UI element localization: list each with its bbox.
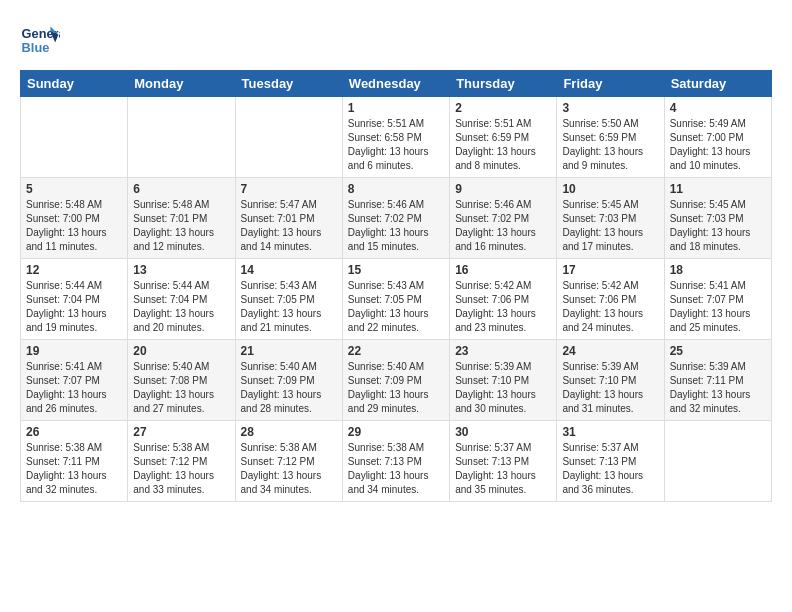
- day-info: Sunrise: 5:38 AM Sunset: 7:12 PM Dayligh…: [241, 441, 337, 497]
- week-row-2: 5Sunrise: 5:48 AM Sunset: 7:00 PM Daylig…: [21, 178, 772, 259]
- day-number: 13: [133, 263, 229, 277]
- day-cell: 8Sunrise: 5:46 AM Sunset: 7:02 PM Daylig…: [342, 178, 449, 259]
- day-number: 9: [455, 182, 551, 196]
- logo: General Blue: [20, 20, 64, 60]
- day-cell: 13Sunrise: 5:44 AM Sunset: 7:04 PM Dayli…: [128, 259, 235, 340]
- day-cell: 9Sunrise: 5:46 AM Sunset: 7:02 PM Daylig…: [450, 178, 557, 259]
- day-number: 7: [241, 182, 337, 196]
- day-cell: 29Sunrise: 5:38 AM Sunset: 7:13 PM Dayli…: [342, 421, 449, 502]
- day-number: 3: [562, 101, 658, 115]
- week-row-4: 19Sunrise: 5:41 AM Sunset: 7:07 PM Dayli…: [21, 340, 772, 421]
- day-cell: 15Sunrise: 5:43 AM Sunset: 7:05 PM Dayli…: [342, 259, 449, 340]
- day-info: Sunrise: 5:41 AM Sunset: 7:07 PM Dayligh…: [26, 360, 122, 416]
- day-info: Sunrise: 5:46 AM Sunset: 7:02 PM Dayligh…: [455, 198, 551, 254]
- day-number: 18: [670, 263, 766, 277]
- day-info: Sunrise: 5:51 AM Sunset: 6:59 PM Dayligh…: [455, 117, 551, 173]
- day-cell: 27Sunrise: 5:38 AM Sunset: 7:12 PM Dayli…: [128, 421, 235, 502]
- svg-text:Blue: Blue: [22, 40, 50, 55]
- day-info: Sunrise: 5:44 AM Sunset: 7:04 PM Dayligh…: [26, 279, 122, 335]
- day-cell: [21, 97, 128, 178]
- day-info: Sunrise: 5:38 AM Sunset: 7:12 PM Dayligh…: [133, 441, 229, 497]
- day-cell: 11Sunrise: 5:45 AM Sunset: 7:03 PM Dayli…: [664, 178, 771, 259]
- day-cell: 2Sunrise: 5:51 AM Sunset: 6:59 PM Daylig…: [450, 97, 557, 178]
- day-info: Sunrise: 5:46 AM Sunset: 7:02 PM Dayligh…: [348, 198, 444, 254]
- day-number: 23: [455, 344, 551, 358]
- day-number: 24: [562, 344, 658, 358]
- day-number: 1: [348, 101, 444, 115]
- day-cell: 22Sunrise: 5:40 AM Sunset: 7:09 PM Dayli…: [342, 340, 449, 421]
- day-info: Sunrise: 5:42 AM Sunset: 7:06 PM Dayligh…: [562, 279, 658, 335]
- day-info: Sunrise: 5:48 AM Sunset: 7:00 PM Dayligh…: [26, 198, 122, 254]
- day-number: 15: [348, 263, 444, 277]
- weekday-header-tuesday: Tuesday: [235, 71, 342, 97]
- day-info: Sunrise: 5:43 AM Sunset: 7:05 PM Dayligh…: [241, 279, 337, 335]
- day-info: Sunrise: 5:42 AM Sunset: 7:06 PM Dayligh…: [455, 279, 551, 335]
- day-info: Sunrise: 5:41 AM Sunset: 7:07 PM Dayligh…: [670, 279, 766, 335]
- day-cell: [128, 97, 235, 178]
- day-info: Sunrise: 5:48 AM Sunset: 7:01 PM Dayligh…: [133, 198, 229, 254]
- day-info: Sunrise: 5:37 AM Sunset: 7:13 PM Dayligh…: [455, 441, 551, 497]
- day-number: 17: [562, 263, 658, 277]
- day-cell: 3Sunrise: 5:50 AM Sunset: 6:59 PM Daylig…: [557, 97, 664, 178]
- weekday-header-row: SundayMondayTuesdayWednesdayThursdayFrid…: [21, 71, 772, 97]
- day-cell: 20Sunrise: 5:40 AM Sunset: 7:08 PM Dayli…: [128, 340, 235, 421]
- day-cell: 10Sunrise: 5:45 AM Sunset: 7:03 PM Dayli…: [557, 178, 664, 259]
- day-number: 29: [348, 425, 444, 439]
- day-number: 19: [26, 344, 122, 358]
- day-number: 25: [670, 344, 766, 358]
- day-number: 12: [26, 263, 122, 277]
- day-info: Sunrise: 5:39 AM Sunset: 7:11 PM Dayligh…: [670, 360, 766, 416]
- day-number: 21: [241, 344, 337, 358]
- day-cell: 28Sunrise: 5:38 AM Sunset: 7:12 PM Dayli…: [235, 421, 342, 502]
- logo-icon: General Blue: [20, 20, 60, 60]
- day-info: Sunrise: 5:38 AM Sunset: 7:11 PM Dayligh…: [26, 441, 122, 497]
- page: General Blue SundayMondayTuesdayWednesda…: [0, 0, 792, 512]
- day-number: 22: [348, 344, 444, 358]
- weekday-header-friday: Friday: [557, 71, 664, 97]
- day-info: Sunrise: 5:45 AM Sunset: 7:03 PM Dayligh…: [562, 198, 658, 254]
- day-number: 2: [455, 101, 551, 115]
- day-number: 5: [26, 182, 122, 196]
- day-number: 30: [455, 425, 551, 439]
- day-number: 14: [241, 263, 337, 277]
- day-cell: 5Sunrise: 5:48 AM Sunset: 7:00 PM Daylig…: [21, 178, 128, 259]
- day-info: Sunrise: 5:43 AM Sunset: 7:05 PM Dayligh…: [348, 279, 444, 335]
- day-info: Sunrise: 5:40 AM Sunset: 7:09 PM Dayligh…: [348, 360, 444, 416]
- day-info: Sunrise: 5:44 AM Sunset: 7:04 PM Dayligh…: [133, 279, 229, 335]
- day-cell: 31Sunrise: 5:37 AM Sunset: 7:13 PM Dayli…: [557, 421, 664, 502]
- day-info: Sunrise: 5:40 AM Sunset: 7:09 PM Dayligh…: [241, 360, 337, 416]
- day-cell: [664, 421, 771, 502]
- day-info: Sunrise: 5:39 AM Sunset: 7:10 PM Dayligh…: [562, 360, 658, 416]
- day-info: Sunrise: 5:45 AM Sunset: 7:03 PM Dayligh…: [670, 198, 766, 254]
- day-number: 20: [133, 344, 229, 358]
- day-number: 10: [562, 182, 658, 196]
- day-cell: [235, 97, 342, 178]
- day-number: 27: [133, 425, 229, 439]
- day-info: Sunrise: 5:50 AM Sunset: 6:59 PM Dayligh…: [562, 117, 658, 173]
- day-info: Sunrise: 5:49 AM Sunset: 7:00 PM Dayligh…: [670, 117, 766, 173]
- day-cell: 14Sunrise: 5:43 AM Sunset: 7:05 PM Dayli…: [235, 259, 342, 340]
- day-cell: 1Sunrise: 5:51 AM Sunset: 6:58 PM Daylig…: [342, 97, 449, 178]
- day-number: 8: [348, 182, 444, 196]
- day-cell: 18Sunrise: 5:41 AM Sunset: 7:07 PM Dayli…: [664, 259, 771, 340]
- weekday-header-sunday: Sunday: [21, 71, 128, 97]
- weekday-header-wednesday: Wednesday: [342, 71, 449, 97]
- day-cell: 12Sunrise: 5:44 AM Sunset: 7:04 PM Dayli…: [21, 259, 128, 340]
- day-cell: 7Sunrise: 5:47 AM Sunset: 7:01 PM Daylig…: [235, 178, 342, 259]
- day-number: 31: [562, 425, 658, 439]
- day-info: Sunrise: 5:51 AM Sunset: 6:58 PM Dayligh…: [348, 117, 444, 173]
- day-info: Sunrise: 5:47 AM Sunset: 7:01 PM Dayligh…: [241, 198, 337, 254]
- day-cell: 17Sunrise: 5:42 AM Sunset: 7:06 PM Dayli…: [557, 259, 664, 340]
- day-number: 4: [670, 101, 766, 115]
- day-cell: 30Sunrise: 5:37 AM Sunset: 7:13 PM Dayli…: [450, 421, 557, 502]
- day-cell: 21Sunrise: 5:40 AM Sunset: 7:09 PM Dayli…: [235, 340, 342, 421]
- day-cell: 16Sunrise: 5:42 AM Sunset: 7:06 PM Dayli…: [450, 259, 557, 340]
- week-row-1: 1Sunrise: 5:51 AM Sunset: 6:58 PM Daylig…: [21, 97, 772, 178]
- weekday-header-thursday: Thursday: [450, 71, 557, 97]
- day-cell: 23Sunrise: 5:39 AM Sunset: 7:10 PM Dayli…: [450, 340, 557, 421]
- day-cell: 6Sunrise: 5:48 AM Sunset: 7:01 PM Daylig…: [128, 178, 235, 259]
- day-cell: 24Sunrise: 5:39 AM Sunset: 7:10 PM Dayli…: [557, 340, 664, 421]
- day-cell: 4Sunrise: 5:49 AM Sunset: 7:00 PM Daylig…: [664, 97, 771, 178]
- weekday-header-saturday: Saturday: [664, 71, 771, 97]
- week-row-5: 26Sunrise: 5:38 AM Sunset: 7:11 PM Dayli…: [21, 421, 772, 502]
